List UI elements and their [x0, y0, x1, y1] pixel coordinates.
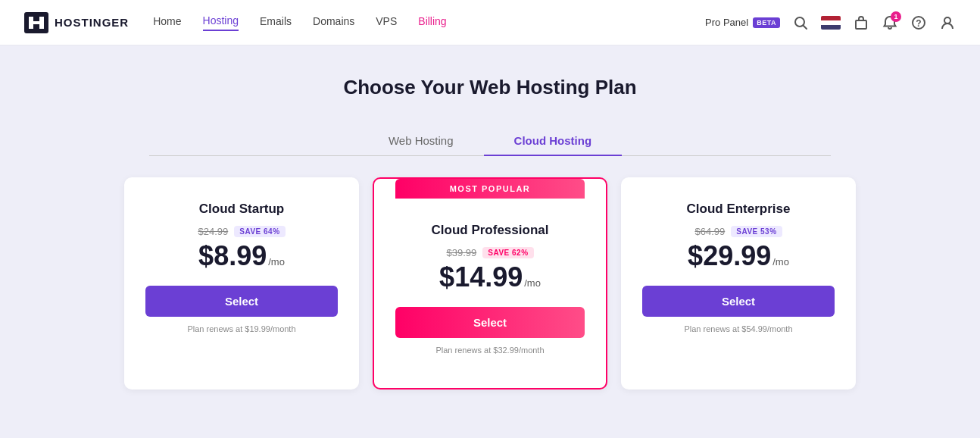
price-startup: $8.99: [198, 240, 267, 272]
nav-emails[interactable]: Emails: [260, 15, 292, 30]
svg-point-6: [944, 17, 950, 23]
plan-name-startup: Cloud Startup: [145, 202, 338, 217]
notification-badge: 1: [891, 11, 901, 22]
original-price-enterprise: $64.99: [694, 226, 725, 237]
price-enterprise: $29.99: [688, 240, 771, 272]
plan-card-startup: Cloud Startup $24.99 SAVE 64% $8.99 /mo …: [124, 177, 359, 390]
nav-vps[interactable]: VPS: [376, 15, 397, 30]
tab-web-hosting[interactable]: Web Hosting: [358, 127, 484, 156]
tabs-container: Web Hosting Cloud Hosting: [149, 127, 831, 156]
renew-text-professional: Plan renews at $32.99/month: [395, 346, 585, 355]
store-icon[interactable]: [853, 14, 869, 31]
popular-badge: MOST POPULAR: [395, 179, 585, 199]
plan-original-row-professional: $39.99 SAVE 62%: [395, 247, 585, 258]
pro-panel-button[interactable]: Pro Panel BETA: [705, 17, 780, 28]
period-professional: /mo: [524, 277, 541, 289]
original-price-startup: $24.99: [198, 226, 228, 237]
nav-domains[interactable]: Domains: [313, 15, 354, 30]
select-button-enterprise[interactable]: Select: [642, 286, 835, 317]
pro-panel-label: Pro Panel: [705, 17, 748, 28]
user-icon[interactable]: [939, 14, 956, 31]
save-badge-enterprise: SAVE 53%: [731, 226, 782, 237]
beta-badge: BETA: [753, 17, 780, 28]
period-enterprise: /mo: [772, 256, 789, 267]
nav-home[interactable]: Home: [153, 15, 181, 30]
main-content: Choose Your Web Hosting Plan Web Hosting…: [0, 45, 980, 438]
logo[interactable]: HOSTINGER: [24, 12, 129, 33]
svg-rect-3: [856, 20, 866, 29]
original-price-professional: $39.99: [446, 247, 476, 258]
plan-card-professional: MOST POPULAR Cloud Professional $39.99 S…: [373, 177, 607, 390]
nav-right: Pro Panel BETA 1 ?: [705, 14, 956, 31]
search-icon[interactable]: [792, 14, 809, 31]
period-startup: /mo: [268, 256, 285, 267]
notification-icon[interactable]: 1: [882, 14, 898, 31]
select-button-startup[interactable]: Select: [145, 286, 338, 317]
renew-text-enterprise: Plan renews at $54.99/month: [642, 324, 835, 333]
price-row-startup: $8.99 /mo: [145, 240, 338, 272]
plan-name-enterprise: Cloud Enterprise: [642, 202, 835, 217]
save-badge-startup: SAVE 64%: [234, 226, 285, 237]
renew-text-startup: Plan renews at $19.99/month: [145, 324, 338, 333]
logo-text: HOSTINGER: [55, 16, 129, 29]
help-icon[interactable]: ?: [910, 14, 927, 31]
tab-cloud-hosting[interactable]: Cloud Hosting: [484, 127, 622, 156]
nav-billing[interactable]: Billing: [418, 15, 446, 30]
plans-grid: Cloud Startup $24.99 SAVE 64% $8.99 /mo …: [73, 177, 907, 390]
price-row-professional: $14.99 /mo: [395, 261, 585, 293]
nav-hosting[interactable]: Hosting: [203, 14, 239, 31]
svg-line-2: [804, 25, 807, 29]
plan-original-row-startup: $24.99 SAVE 64%: [145, 226, 338, 237]
plan-original-row-enterprise: $64.99 SAVE 53%: [642, 226, 835, 237]
page-title: Choose Your Web Hosting Plan: [15, 76, 965, 99]
flag-icon[interactable]: [821, 16, 841, 30]
plan-name-professional: Cloud Professional: [395, 223, 585, 238]
navbar: HOSTINGER Home Hosting Emails Domains VP…: [0, 0, 980, 45]
nav-links: Home Hosting Emails Domains VPS Billing: [153, 14, 705, 31]
price-professional: $14.99: [439, 261, 523, 293]
svg-text:?: ?: [916, 18, 921, 29]
save-badge-professional: SAVE 62%: [482, 247, 533, 258]
logo-icon: [24, 12, 48, 33]
plan-card-enterprise: Cloud Enterprise $64.99 SAVE 53% $29.99 …: [621, 177, 856, 390]
price-row-enterprise: $29.99 /mo: [642, 240, 835, 272]
select-button-professional[interactable]: Select: [395, 307, 585, 338]
